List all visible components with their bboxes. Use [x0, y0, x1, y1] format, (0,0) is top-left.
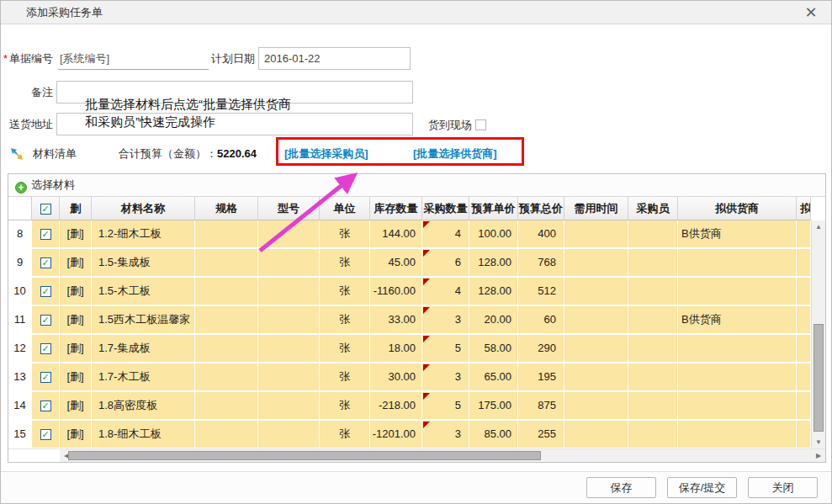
- delete-row-link[interactable]: [删]: [60, 278, 92, 305]
- frozen-column-spacer: [8, 449, 60, 462]
- num-cell: 14: [8, 392, 32, 419]
- edited-marker: [423, 250, 430, 257]
- name-cell: 1.5-木工板: [92, 278, 195, 305]
- stock-cell: -1160.00: [370, 278, 422, 305]
- qty-cell[interactable]: 5: [422, 335, 469, 362]
- delete-row-link[interactable]: [删]: [60, 421, 92, 448]
- qty-cell[interactable]: 4: [422, 278, 469, 305]
- spec-cell: [195, 335, 258, 362]
- header-buyer: 采购员: [628, 197, 678, 220]
- partial-cell: [797, 392, 811, 419]
- check-cell: ✓: [32, 421, 60, 448]
- close-button[interactable]: 关闭: [748, 477, 818, 498]
- qty-cell[interactable]: 3: [422, 306, 469, 333]
- batch-select-buyer-link[interactable]: [批量选择采购员]: [284, 144, 368, 164]
- remark-field[interactable]: [56, 81, 413, 103]
- row-checkbox[interactable]: ✓: [40, 229, 51, 240]
- header-unit: 单位: [320, 197, 370, 220]
- qty-cell[interactable]: 6: [422, 249, 469, 276]
- material-list-section-header: 材料清单 合计预算（金额）：5220.64 [批量选择采购员] [批量选择供货商…: [1, 144, 831, 166]
- supplier-cell: [678, 278, 797, 305]
- unit-cell: 张: [320, 421, 370, 448]
- delete-row-link[interactable]: [删]: [60, 392, 92, 419]
- row-checkbox[interactable]: ✓: [40, 401, 51, 411]
- check-cell: ✓: [32, 220, 60, 247]
- check-cell: ✓: [32, 306, 60, 333]
- delete-row-link[interactable]: [删]: [60, 220, 92, 247]
- vertical-scroll-thumb[interactable]: [813, 324, 824, 432]
- section-title: 材料清单: [33, 144, 77, 164]
- header-spec: 规格: [195, 197, 258, 220]
- spec-cell: [195, 220, 258, 247]
- row-checkbox[interactable]: ✓: [40, 372, 51, 383]
- scroll-up-icon[interactable]: ▲: [812, 220, 825, 234]
- spec-cell: [195, 278, 258, 305]
- address-field[interactable]: [56, 113, 413, 135]
- supplier-cell: [678, 335, 797, 362]
- collapse-arrows-icon[interactable]: [9, 146, 24, 162]
- qty-cell[interactable]: 3: [422, 363, 469, 390]
- horizontal-scroll-thumb[interactable]: [68, 451, 541, 460]
- need_time-cell: [564, 392, 628, 419]
- close-icon[interactable]: ✕: [803, 4, 819, 21]
- partial-cell: [797, 306, 811, 333]
- material-grid: +选择材料 ✓ 删 材料名称 规格 型号 单位 库存数量 采购数量 预算单价 预…: [8, 173, 826, 463]
- total-budget: 合计预算（金额）：5220.64: [119, 144, 257, 164]
- buyer-cell: [628, 363, 678, 390]
- spec-cell: [195, 421, 258, 448]
- delete-row-link[interactable]: [删]: [60, 306, 92, 333]
- price-cell: 100.00: [469, 220, 518, 247]
- stock-cell: 33.00: [370, 306, 422, 333]
- horizontal-scrollbar: ◀ ▶: [8, 448, 825, 462]
- supplier-cell: B供货商: [678, 306, 797, 333]
- save-submit-button[interactable]: 保存/提交: [667, 477, 737, 498]
- qty-cell[interactable]: 3: [422, 421, 469, 448]
- select-all-checkbox[interactable]: ✓: [40, 204, 51, 215]
- delete-row-link[interactable]: [删]: [60, 335, 92, 362]
- horizontal-scroll-track[interactable]: ◀ ▶: [60, 449, 825, 462]
- partial-cell: [797, 363, 811, 390]
- buyer-cell: [628, 249, 678, 276]
- total-budget-value: 5220.64: [217, 147, 257, 160]
- edited-marker: [423, 307, 430, 314]
- supplier-cell: [678, 363, 797, 390]
- save-button[interactable]: 保存: [586, 477, 656, 498]
- edited-marker: [423, 393, 430, 400]
- total-cell: 768: [518, 249, 564, 276]
- qty-cell[interactable]: 4: [422, 220, 469, 247]
- supplier-cell: [678, 421, 797, 448]
- model-cell: [258, 306, 320, 333]
- select-material-button[interactable]: +选择材料: [15, 178, 75, 191]
- doc-no-field[interactable]: [系统编号]: [58, 47, 209, 70]
- row-checkbox[interactable]: ✓: [40, 429, 51, 440]
- total-cell: 512: [518, 278, 564, 305]
- unit-cell: 张: [320, 220, 370, 247]
- need_time-cell: [564, 220, 628, 247]
- qty-cell[interactable]: 5: [422, 392, 469, 419]
- name-cell: 1.8-细木工板: [92, 421, 195, 448]
- add-plus-icon: +: [15, 182, 27, 194]
- plan-date-field[interactable]: 2016-01-22: [258, 47, 411, 70]
- row-checkbox[interactable]: ✓: [40, 257, 51, 268]
- row-checkbox[interactable]: ✓: [40, 343, 51, 354]
- table-row: 15✓[删]1.8-细木工板张-1201.00385.00255: [8, 421, 811, 449]
- table-row: 14✓[删]1.8高密度板张-218.005175.00875: [8, 392, 811, 421]
- delete-row-link[interactable]: [删]: [60, 363, 92, 390]
- need_time-cell: [564, 306, 628, 333]
- price-cell: 128.00: [469, 278, 518, 305]
- header-purchase-qty: 采购数量: [422, 197, 469, 220]
- need_time-cell: [564, 335, 628, 362]
- delete-row-link[interactable]: [删]: [60, 249, 92, 276]
- grid-toolbar: +选择材料: [8, 174, 825, 197]
- spec-cell: [195, 392, 258, 419]
- row-checkbox[interactable]: ✓: [40, 286, 51, 297]
- table-row: 11✓[删]1.5西木工板温馨家张33.00320.0060B供货商: [8, 306, 811, 335]
- stock-cell: 18.00: [370, 335, 422, 362]
- batch-select-supplier-link[interactable]: [批量选择供货商]: [413, 144, 497, 164]
- vertical-scrollbar[interactable]: ▲ ▼: [811, 220, 825, 449]
- scroll-down-icon[interactable]: ▼: [812, 436, 825, 449]
- onsite-checkbox[interactable]: [475, 119, 486, 130]
- row-checkbox[interactable]: ✓: [40, 315, 51, 326]
- scroll-right-icon[interactable]: ▶: [812, 449, 825, 463]
- header-budget-total: 预算总价: [518, 197, 564, 220]
